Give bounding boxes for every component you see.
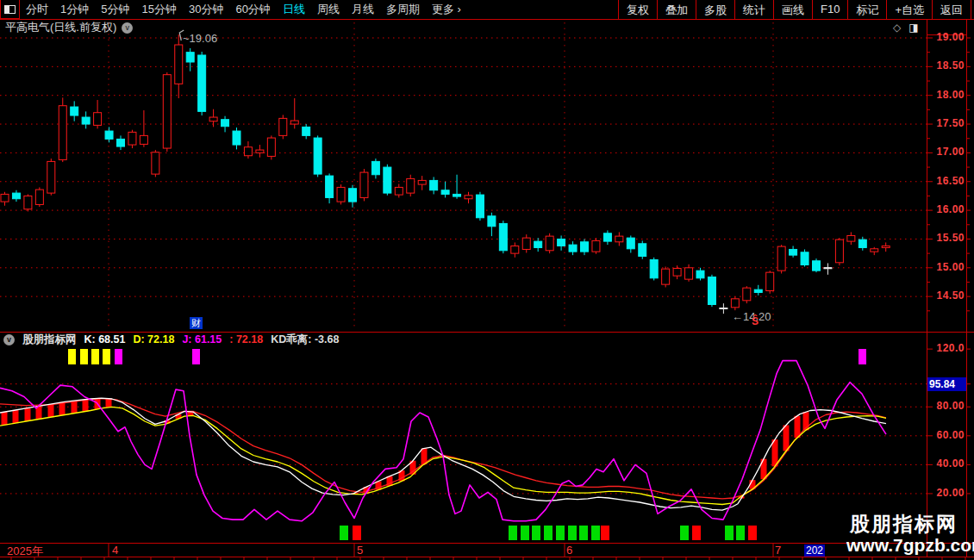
period-item-月线[interactable]: 月线 xyxy=(352,2,374,17)
tool-item-复权[interactable]: 复权 xyxy=(618,0,657,19)
period-item-日线[interactable]: 日线 xyxy=(283,2,305,17)
chevron-down-icon[interactable]: v xyxy=(122,22,133,34)
period-item-5分钟[interactable]: 5分钟 xyxy=(101,2,129,17)
price-axis-label: 17.00 xyxy=(932,146,965,158)
price-axis-label: 15.50 xyxy=(932,232,965,244)
tool-item-+自选[interactable]: +自选 xyxy=(886,0,932,19)
indicator-value: 股朋指标网 xyxy=(22,333,77,347)
period-item-60分钟[interactable]: 60分钟 xyxy=(235,2,270,17)
chart-title-row: 平高电气(日线.前复权) v xyxy=(5,21,133,34)
tools-menu: 复权叠加多股统计画线F10标记+自选返回 xyxy=(618,0,971,19)
indicator-axis-label: 80.00 xyxy=(932,400,965,412)
indicator-axis-highlight: 95.84 xyxy=(927,377,966,391)
sell-signal-marker: Ŝ xyxy=(752,315,759,327)
tool-item-标记[interactable]: 标记 xyxy=(847,0,886,19)
tool-item-F10[interactable]: F10 xyxy=(812,0,847,19)
indicator-value: J: 61.15 xyxy=(182,333,222,345)
timeline-highlight: 202 xyxy=(804,544,825,557)
price-axis-label: 18.00 xyxy=(932,89,965,101)
period-item-多周期[interactable]: 多周期 xyxy=(386,2,420,17)
app-window: 分时1分钟5分钟15分钟30分钟60分钟日线周线月线多周期更多 › 复权叠加多股… xyxy=(0,0,974,560)
price-axis-label: 19.00 xyxy=(932,31,965,43)
corner-icons: ◇ ◨ xyxy=(893,22,919,34)
chart-graphics xyxy=(0,0,974,560)
watermark-url: www.7gpzb.com xyxy=(846,535,974,556)
timeline-year-label: 2025年 xyxy=(7,544,43,559)
layout-icon[interactable]: ◨ xyxy=(908,22,918,34)
collapse-icon[interactable]: v xyxy=(3,334,15,345)
indicator-axis-label: 120.0 xyxy=(932,342,965,354)
page-title: 平高电气(日线.前复权) xyxy=(5,20,116,35)
diamond-icon[interactable]: ◇ xyxy=(893,22,901,34)
tool-item-统计[interactable]: 统计 xyxy=(734,0,773,19)
period-item-1分钟[interactable]: 1分钟 xyxy=(60,2,89,17)
indicator-header: v 股朋指标网K: 68.51D: 72.18J: 61.15: 72.18KD… xyxy=(3,333,339,345)
split-square-icon xyxy=(4,5,16,14)
price-axis-label: 17.50 xyxy=(932,117,965,129)
timeline-month-label: 5 xyxy=(357,544,363,557)
tool-item-多股[interactable]: 多股 xyxy=(696,0,734,19)
period-item-30分钟[interactable]: 30分钟 xyxy=(189,2,223,17)
indicator-value: D: 72.18 xyxy=(133,333,174,345)
indicator-axis-label: 20.00 xyxy=(932,487,965,499)
indicator-value: KD乖离: -3.68 xyxy=(271,333,339,347)
top-toolbar: 分时1分钟5分钟15分钟30分钟60分钟日线周线月线多周期更多 › 复权叠加多股… xyxy=(0,0,974,20)
period-menu: 分时1分钟5分钟15分钟30分钟60分钟日线周线月线多周期更多 › xyxy=(26,0,461,19)
window-split-button[interactable] xyxy=(0,0,20,19)
price-axis-label: 15.00 xyxy=(932,261,965,273)
price-axis-label: 14.50 xyxy=(932,289,965,302)
indicator-value: : 72.18 xyxy=(229,333,263,345)
high-price-annotation: ~19.06 xyxy=(183,32,217,45)
timeline-month-label: 6 xyxy=(566,544,572,557)
period-item-分时[interactable]: 分时 xyxy=(26,2,48,17)
period-item-周线[interactable]: 周线 xyxy=(317,2,340,17)
watermark-brand: 股朋指标网 xyxy=(850,511,958,538)
price-axis-label: 18.50 xyxy=(932,59,965,72)
price-axis-label: 16.00 xyxy=(932,203,965,215)
indicator-axis-label: 60.00 xyxy=(932,429,965,441)
period-item-更多 ›[interactable]: 更多 › xyxy=(432,2,461,17)
tool-item-叠加[interactable]: 叠加 xyxy=(657,0,696,19)
indicator-axis-label: 40.00 xyxy=(932,457,965,470)
financial-report-marker[interactable]: 财 xyxy=(190,317,203,329)
indicator-value: K: 68.51 xyxy=(84,333,126,345)
timeline-month-label: 7 xyxy=(775,544,781,557)
timeline-month-label: 4 xyxy=(112,544,118,557)
tool-item-返回[interactable]: 返回 xyxy=(932,0,971,19)
period-item-15分钟[interactable]: 15分钟 xyxy=(141,2,176,17)
tool-item-画线[interactable]: 画线 xyxy=(773,0,812,19)
price-axis-label: 16.50 xyxy=(932,175,965,187)
